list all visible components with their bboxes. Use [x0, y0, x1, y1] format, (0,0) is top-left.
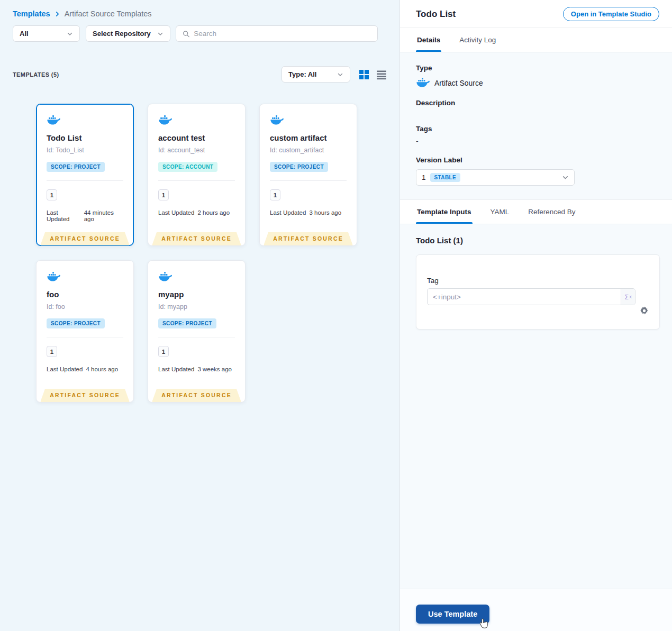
search-input[interactable] [194, 30, 371, 38]
template-card[interactable]: Todo List Id: Todo_List SCOPE: PROJECT 1… [36, 104, 134, 246]
template-card[interactable]: account test Id: account_test SCOPE: ACC… [148, 104, 246, 246]
tab-activity-log[interactable]: Activity Log [458, 28, 497, 52]
tab-details[interactable]: Details [416, 28, 441, 52]
panel-title: Todo List [416, 9, 456, 20]
open-in-template-studio-button[interactable]: Open in Template Studio [563, 7, 659, 21]
chevron-down-icon [562, 174, 569, 181]
search-box[interactable] [176, 25, 378, 42]
template-card[interactable]: myapp Id: myapp SCOPE: PROJECT 1 Last Up… [148, 260, 246, 403]
docker-icon [158, 271, 172, 282]
artifact-source-ribbon: ARTIFACT SOURCE [40, 232, 130, 245]
tab-referenced-by[interactable]: Referenced By [527, 200, 576, 224]
scope-badge: SCOPE: PROJECT [47, 318, 105, 328]
view-toggles [359, 69, 387, 80]
last-updated: Last Updated2 hours ago [158, 209, 235, 216]
description-label: Description [416, 99, 656, 107]
docker-icon [416, 77, 430, 88]
tab-template-inputs[interactable]: Template Inputs [416, 200, 473, 224]
last-updated: Last Updated3 weeks ago [158, 366, 235, 372]
version-count-badge: 1 [158, 189, 169, 200]
list-view-icon[interactable] [376, 69, 387, 80]
template-inputs-section: Todo List (1) Tag Σx [400, 224, 672, 589]
card-divider [158, 337, 235, 337]
version-select-dropdown[interactable]: 1 STABLE [416, 169, 575, 186]
scope-badge: SCOPE: PROJECT [47, 162, 105, 172]
details-tabs: Details Activity Log [400, 28, 672, 52]
tags-value: - [416, 137, 656, 145]
list-header: TEMPLATES (5) Type: All [13, 66, 387, 83]
tab-yaml[interactable]: YAML [489, 200, 511, 224]
card-divider [270, 180, 347, 181]
templates-count-label: TEMPLATES (5) [13, 71, 59, 78]
template-card-title: custom artifact [270, 133, 347, 142]
template-card-id: Id: custom_artifact [270, 147, 347, 154]
panel-footer: Use Template [400, 589, 672, 631]
docker-icon [158, 115, 172, 126]
card-divider [158, 180, 235, 181]
type-filter-dropdown[interactable]: Type: All [281, 66, 350, 83]
chevron-down-icon [67, 31, 73, 37]
scope-filter-dropdown[interactable]: All [13, 25, 80, 42]
version-count-badge: 1 [158, 346, 169, 357]
breadcrumb-templates-link[interactable]: Templates [13, 10, 50, 18]
inputs-card: Tag Σx [416, 254, 660, 330]
card-divider [47, 180, 123, 181]
tag-input[interactable] [428, 289, 621, 305]
docker-icon [47, 271, 61, 282]
template-details-panel: Todo List Open in Template Studio Detail… [399, 0, 672, 631]
scope-badge: SCOPE: PROJECT [158, 318, 216, 328]
breadcrumb-current: Artifact Source Templates [65, 10, 152, 18]
templates-list-panel: Templates Artifact Source Templates All … [0, 0, 399, 631]
filter-row: All Select Repository [13, 25, 387, 42]
version-number: 1 [422, 173, 426, 181]
scope-badge: SCOPE: ACCOUNT [158, 162, 217, 172]
templates-page: Templates Artifact Source Templates All … [0, 0, 672, 631]
tag-settings-gear-icon[interactable] [640, 292, 649, 329]
breadcrumb: Templates Artifact Source Templates [13, 10, 387, 18]
last-updated: Last Updated3 hours ago [270, 209, 347, 216]
breadcrumb-chevron-icon [55, 11, 60, 17]
artifact-source-ribbon: ARTIFACT SOURCE [40, 389, 130, 402]
use-template-button[interactable]: Use Template [416, 605, 489, 624]
tag-label: Tag [427, 277, 635, 285]
docker-icon [270, 115, 284, 126]
search-icon [183, 30, 189, 38]
type-label: Type [416, 64, 656, 72]
version-count-badge: 1 [47, 346, 57, 357]
template-card-title: account test [158, 133, 235, 142]
last-updated: Last Updated44 minutes ago [47, 209, 123, 222]
template-card-title: foo [47, 290, 123, 299]
templates-grid: Todo List Id: Todo_List SCOPE: PROJECT 1… [36, 104, 375, 403]
details-section: Type Artifact Source Description Tags - … [400, 52, 672, 199]
template-card-id: Id: Todo_List [47, 147, 123, 154]
panel-header: Todo List Open in Template Studio [400, 0, 672, 28]
version-count-badge: 1 [47, 189, 57, 200]
chevron-down-icon [157, 31, 164, 37]
template-card-title: myapp [158, 290, 235, 299]
template-card[interactable]: foo Id: foo SCOPE: PROJECT 1 Last Update… [36, 260, 134, 403]
template-card-id: Id: myapp [158, 303, 235, 310]
last-updated: Last Updated4 hours ago [47, 366, 123, 372]
version-label: Version Label [416, 156, 656, 164]
inner-tabs: Template Inputs YAML Referenced By [400, 199, 672, 224]
docker-icon [47, 115, 61, 126]
card-divider [47, 337, 123, 337]
artifact-source-ribbon: ARTIFACT SOURCE [152, 232, 241, 245]
type-value: Artifact Source [416, 77, 656, 88]
template-card-title: Todo List [47, 133, 123, 142]
chevron-down-icon [337, 71, 343, 78]
version-count-badge: 1 [270, 189, 280, 200]
tag-field: Tag Σx [427, 277, 635, 329]
inputs-heading: Todo List (1) [416, 236, 659, 245]
template-card-id: Id: account_test [158, 147, 235, 154]
template-card[interactable]: custom artifact Id: custom_artifact SCOP… [259, 104, 357, 246]
scope-badge: SCOPE: PROJECT [270, 162, 328, 172]
repository-filter-dropdown[interactable]: Select Repository [86, 25, 170, 42]
template-card-id: Id: foo [47, 303, 123, 310]
artifact-source-ribbon: ARTIFACT SOURCE [152, 389, 241, 402]
artifact-source-ribbon: ARTIFACT SOURCE [264, 232, 353, 245]
grid-view-icon[interactable] [359, 69, 369, 80]
tags-label: Tags [416, 125, 656, 133]
expression-sigma-button[interactable]: Σx [621, 289, 635, 305]
stable-badge: STABLE [430, 173, 461, 182]
